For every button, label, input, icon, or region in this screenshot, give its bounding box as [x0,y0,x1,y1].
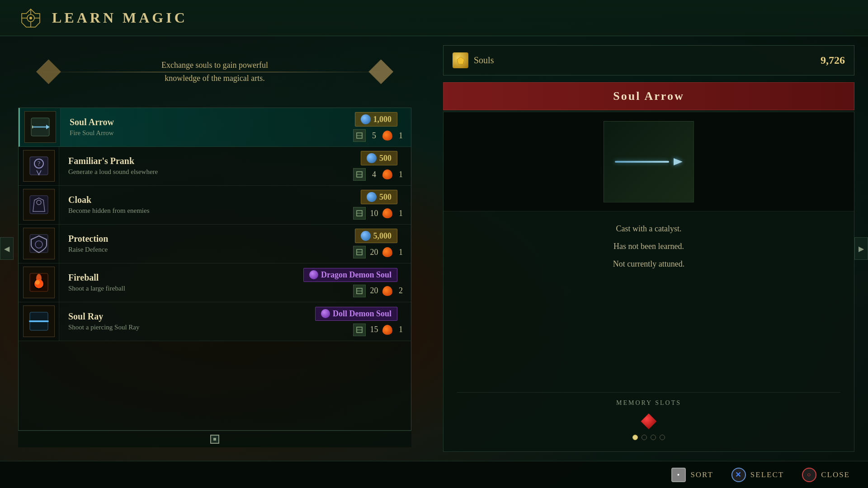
memory-dot-0 [632,435,638,440]
item-right: 500 4 1 [353,147,411,185]
spell-arrow-head [674,158,683,165]
item-name: Fireball [68,272,294,283]
item-name: Familiar's Prank [68,156,344,166]
stat-row: 5 1 [353,129,406,142]
cost-value: 500 [379,192,392,202]
magic-item-familiars-prank[interactable]: ? Familiar's Prank Generate a loud sound… [19,147,411,186]
memory-dot-3 [660,435,665,440]
item-icon-inner [23,267,55,298]
select-action[interactable]: ✕ SELECT [731,468,784,482]
bottom-bar: ▪ SORT ✕ SELECT ○ CLOSE [0,461,868,488]
item-right: Doll Demon Soul 15 1 [315,302,411,341]
item-cost: 500 [361,151,397,165]
item-icon [19,302,59,341]
stat-slots: 1 [395,209,406,218]
nav-arrow-right[interactable]: ▶ [854,237,868,260]
stat-uses: 10 [368,209,380,218]
stat-row: 20 2 [353,285,406,297]
item-body: Cloak Become hidden from enemies [59,186,353,224]
stat-uses: 15 [368,325,380,334]
flame-icon [382,286,392,296]
page-title: LEARN MAGIC [52,9,188,26]
item-icon [20,108,61,146]
stat-box [353,285,366,297]
stat-box [353,246,366,258]
stat-box [353,168,366,181]
item-name: Soul Arrow [70,117,344,127]
nav-arrow-left[interactable]: ◀ [0,237,14,260]
sort-action[interactable]: ▪ SORT [671,468,713,482]
stat-box [353,324,366,336]
spell-title: Soul Arrow [613,89,684,103]
item-cost: Dragon Demon Soul [303,268,397,282]
item-cost: 500 [361,190,397,204]
close-button-icon: ○ [802,468,816,482]
svg-point-30 [35,280,40,285]
item-body: Fireball Shoot a large fireball [59,263,303,302]
spell-info-line3: Not currently attuned. [457,258,840,270]
select-label: SELECT [750,470,784,479]
svg-marker-39 [457,57,464,64]
stat-uses: 20 [368,248,380,257]
sort-label: SORT [690,470,713,479]
item-body: Soul Arrow Fire Soul Arrow [61,108,353,146]
header: LEARN MAGIC [0,0,868,36]
souls-bar: Souls 9,726 [443,45,854,75]
item-cost: 1,000 [355,112,398,127]
main-content: Exchange souls to gain powerful knowledg… [0,36,868,461]
flame-icon [382,208,392,218]
demon-soul-icon [321,309,330,318]
stat-uses: 5 [368,131,380,141]
spell-info-line1: Cast with a catalyst. [457,223,840,235]
flame-icon [382,131,392,141]
magic-item-soul-arrow[interactable]: Soul Arrow Fire Soul Arrow 1,000 5 1 [19,108,411,147]
magic-list: Soul Arrow Fire Soul Arrow 1,000 5 1 [18,108,411,431]
magic-item-cloak[interactable]: Cloak Become hidden from enemies 500 10 … [19,186,411,225]
souls-gem-icon [453,52,468,68]
item-description: Become hidden from enemies [68,207,344,215]
header-icon [18,5,43,30]
description-text: Exchange souls to gain powerful knowledg… [72,59,357,85]
desc-deco-right [368,59,393,84]
item-body: Protection Raise Defence [59,225,353,263]
souls-left: Souls [453,52,494,68]
diamond-icon [641,413,657,429]
cost-badge: 500 [361,190,397,204]
item-description: Shoot a large fireball [68,285,294,292]
spell-info-area: Cast with a catalyst. Has not been learn… [443,211,854,451]
item-icon-inner [24,111,56,143]
magic-item-protection[interactable]: Protection Raise Defence 5,000 20 1 [19,225,411,263]
item-name: Protection [68,234,344,244]
spell-info-line2: Has not been learned. [457,240,840,253]
item-name: Cloak [68,195,344,205]
item-right: Dragon Demon Soul 20 2 [303,263,411,302]
left-panel: Exchange souls to gain powerful knowledg… [0,36,429,461]
stat-slots: 1 [395,170,406,179]
spell-image-placeholder [604,121,694,202]
svg-rect-22 [30,235,48,253]
demon-soul-icon [309,270,318,279]
cost-value: 1,000 [373,115,392,124]
magic-item-fireball[interactable]: Fireball Shoot a large fireball Dragon D… [19,263,411,302]
svg-text:?: ? [37,160,40,167]
memory-slots-section: MEMORY SLOTS [457,392,840,440]
item-body: Soul Ray Shoot a piercing Soul Ray [59,302,315,341]
item-description: Generate a loud sound elsewhere [68,168,344,176]
item-description: Raise Defence [68,246,344,253]
flame-icon [382,169,392,179]
stat-uses: 20 [368,286,380,296]
spell-title-bar: Soul Arrow [443,82,854,110]
soul-icon [367,192,377,202]
cost-value: 5,000 [373,231,392,241]
demon-soul-name: Dragon Demon Soul [321,270,392,280]
sort-button-icon: ▪ [671,468,686,482]
close-action[interactable]: ○ CLOSE [802,468,850,482]
item-icon: ? [19,147,59,185]
magic-item-soul-ray[interactable]: Soul Ray Shoot a piercing Soul Ray Doll … [19,302,411,341]
soul-icon [361,114,371,124]
demon-soul-name: Doll Demon Soul [333,309,392,319]
memory-diamond [457,413,840,429]
select-button-icon: ✕ [731,468,746,482]
item-icon [19,186,59,224]
item-icon-inner [23,228,55,259]
